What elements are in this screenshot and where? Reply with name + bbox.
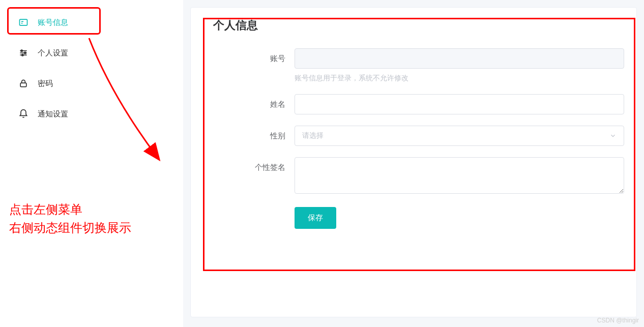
watermark: CSDN @thingir	[597, 317, 639, 324]
sidebar-item-notifications[interactable]: 通知设置	[0, 99, 183, 129]
personal-info-card: 个人信息 账号 账号信息用于登录，系统不允许修改 姓名 性别	[190, 7, 637, 317]
sidebar-item-account-info[interactable]: 账号信息	[0, 7, 183, 38]
lock-icon	[18, 78, 28, 88]
sliders-icon	[18, 48, 28, 58]
account-label: 账号	[203, 48, 295, 69]
signature-textarea[interactable]	[295, 157, 624, 194]
sidebar-item-label: 通知设置	[38, 109, 68, 119]
account-input	[295, 48, 624, 69]
gender-placeholder: 请选择	[302, 131, 324, 140]
name-label: 姓名	[203, 94, 295, 114]
gender-select[interactable]: 请选择	[295, 126, 624, 146]
save-button[interactable]: 保存	[295, 207, 336, 229]
main-content: 个人信息 账号 账号信息用于登录，系统不允许修改 姓名 性别	[183, 0, 644, 327]
form-row-name: 姓名	[203, 94, 624, 114]
svg-point-7	[24, 52, 26, 53]
svg-rect-0	[20, 19, 27, 25]
gender-label: 性别	[203, 126, 295, 146]
sidebar: 账号信息 个人设置 密码 通知设置	[0, 0, 183, 327]
sidebar-item-label: 账号信息	[38, 18, 68, 27]
chevron-down-icon	[609, 132, 617, 139]
svg-point-6	[21, 50, 22, 51]
svg-rect-9	[20, 83, 26, 87]
name-input[interactable]	[295, 94, 624, 114]
personal-info-form: 账号 账号信息用于登录，系统不允许修改 姓名 性别	[203, 48, 624, 229]
account-hint: 账号信息用于登录，系统不允许修改	[295, 74, 624, 83]
svg-point-8	[22, 54, 23, 56]
sidebar-item-personal-settings[interactable]: 个人设置	[0, 38, 183, 68]
card-title: 个人信息	[203, 18, 624, 33]
form-row-account: 账号 账号信息用于登录，系统不允许修改	[203, 48, 624, 83]
sidebar-item-password[interactable]: 密码	[0, 68, 183, 99]
sidebar-item-label: 个人设置	[38, 48, 68, 58]
signature-label: 个性签名	[203, 157, 295, 177]
form-row-signature: 个性签名	[203, 157, 624, 196]
sidebar-item-label: 密码	[38, 79, 53, 88]
id-card-icon	[18, 17, 28, 27]
bell-icon	[18, 109, 28, 119]
form-row-gender: 性别 请选择	[203, 126, 624, 146]
form-row-submit: 保存	[203, 207, 624, 229]
